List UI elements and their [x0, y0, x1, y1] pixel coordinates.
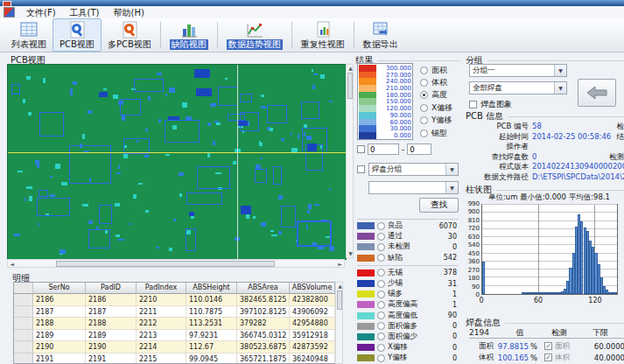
- column-header[interactable]: ABSHeight: [186, 283, 237, 294]
- category-row-12[interactable]: X偏移0: [357, 342, 459, 353]
- category-row-5[interactable]: 无锡378: [357, 268, 459, 278]
- info-right-label: 结: [617, 132, 624, 143]
- menu-item-2[interactable]: 帮助(H): [106, 7, 151, 18]
- scroll-right-icon[interactable]: ►: [336, 261, 344, 268]
- table-row[interactable]: 218621862210110.0146382465.812542382800: [14, 294, 342, 306]
- pcb-component: [273, 166, 282, 185]
- row-selector[interactable]: [14, 318, 33, 330]
- category-color: [357, 312, 375, 319]
- radio-icon[interactable]: [377, 269, 385, 276]
- toolbar-button-3[interactable]: 多PCB视图: [102, 18, 158, 52]
- row-selector[interactable]: [14, 294, 33, 306]
- detail-vertical-scrollbar[interactable]: ▲: [335, 282, 343, 364]
- pcb-component: [115, 203, 120, 206]
- table-row[interactable]: 219021902214112.67380523.687542873592: [14, 341, 342, 354]
- category-row-10[interactable]: 面积偏多0: [357, 321, 459, 332]
- radio-icon[interactable]: [377, 301, 385, 309]
- pad-group-dropdown[interactable]: 焊盘分组 ▼: [368, 163, 459, 176]
- category-row-6[interactable]: 少锡31: [357, 278, 459, 289]
- radio-icon[interactable]: [377, 344, 385, 352]
- radio-icon[interactable]: [377, 332, 385, 340]
- radio-icon[interactable]: [377, 290, 385, 298]
- column-header[interactable]: SerNo: [33, 283, 86, 294]
- radio-icon[interactable]: [377, 222, 385, 230]
- range-filter-checkbox[interactable]: [357, 145, 365, 153]
- scroll-up-icon[interactable]: ▲: [347, 65, 354, 72]
- category-row-4[interactable]: 缺陷542: [357, 253, 459, 263]
- category-row-3[interactable]: 未检测0: [357, 242, 459, 252]
- menu-item-0[interactable]: 文件(F): [19, 7, 63, 18]
- toolbar-button-1[interactable]: 列表视图: [5, 18, 53, 52]
- table-row[interactable]: 218721872211110.7875397102.812543906092: [14, 306, 342, 318]
- pcb-component: [173, 219, 176, 221]
- metric-radio-3[interactable]: 高度: [420, 89, 460, 102]
- back-arrow-button[interactable]: [578, 79, 616, 107]
- column-header[interactable]: PadID: [86, 283, 137, 294]
- radio-icon[interactable]: [377, 322, 385, 330]
- range-to-input[interactable]: [407, 144, 431, 155]
- metric-label: 锡型: [431, 128, 447, 139]
- row-selector[interactable]: [14, 354, 33, 364]
- scrollbar-thumb[interactable]: [56, 261, 275, 267]
- search-button[interactable]: 查找: [419, 198, 459, 213]
- toolbar-button-7[interactable]: 数据导出: [357, 18, 404, 52]
- pad-check-checkbox[interactable]: ✓: [544, 354, 552, 361]
- table-row[interactable]: 21912191221599.0945365721.187536240948: [14, 354, 342, 364]
- scroll-left-icon[interactable]: ◄: [8, 261, 16, 268]
- toolbar-button-6[interactable]: 重复性视图: [295, 18, 351, 52]
- metric-radio-5[interactable]: Y偏移: [420, 115, 460, 127]
- sub-group-dropdown[interactable]: ▼: [368, 181, 459, 194]
- category-row-7[interactable]: 锡多1: [357, 289, 459, 299]
- row-selector[interactable]: [14, 341, 33, 354]
- metric-radio-2[interactable]: 体积: [420, 76, 460, 88]
- pad-scope-dropdown[interactable]: 全部焊盘 ▼: [469, 81, 567, 94]
- pad-check-checkbox[interactable]: ✓: [544, 342, 552, 350]
- column-header[interactable]: ABSArea: [237, 283, 290, 294]
- scrollbar-thumb[interactable]: [347, 73, 353, 99]
- radio-icon[interactable]: [377, 312, 385, 319]
- category-row-2[interactable]: 通过30: [357, 231, 459, 242]
- pcb-component: [169, 88, 175, 93]
- toolbar-button-2[interactable]: PCB视图: [53, 18, 102, 52]
- pad-image-checkbox[interactable]: [469, 101, 477, 108]
- scrollbar-thumb[interactable]: [337, 290, 342, 310]
- toolbar-separator: [160, 22, 161, 48]
- metric-radio-1[interactable]: 面积: [420, 64, 460, 76]
- pad-group-checkbox[interactable]: [357, 165, 365, 173]
- radio-icon[interactable]: [377, 354, 385, 362]
- info-value: 58: [532, 122, 542, 132]
- radio-icon[interactable]: [377, 233, 385, 241]
- column-header[interactable]: ABSVolume: [290, 283, 335, 294]
- colorbar-value: 90.000: [376, 112, 411, 119]
- toolbar-button-5[interactable]: 数据趋势视图: [221, 18, 289, 52]
- table-row[interactable]: 21892189221397.9231366745.031235912918: [14, 330, 342, 342]
- scroll-up-icon[interactable]: ▲: [336, 283, 344, 290]
- toolbar-button-4[interactable]: 缺陷视图: [164, 18, 214, 52]
- category-row-11[interactable]: 面积偏少0: [357, 332, 459, 342]
- radio-icon[interactable]: [377, 254, 385, 262]
- pcb-canvas[interactable]: [7, 64, 347, 260]
- pcb-component: [82, 134, 85, 139]
- range-from-input[interactable]: [368, 144, 399, 155]
- category-row-13[interactable]: Y偏移0: [357, 353, 459, 363]
- table-row[interactable]: 218821882212113.253137928242954880: [14, 318, 342, 330]
- scroll-down-icon[interactable]: ▼: [347, 250, 354, 257]
- group-dropdown[interactable]: 分组一 ▼: [469, 64, 567, 77]
- radio-icon[interactable]: [377, 243, 385, 251]
- row-selector[interactable]: [14, 306, 33, 318]
- category-row-9[interactable]: 高度偏低90: [357, 311, 459, 321]
- metric-radio-6[interactable]: 锡型: [420, 127, 460, 139]
- repeat-view-icon: [313, 21, 333, 38]
- pcb-component: [197, 166, 230, 189]
- column-header[interactable]: PadIndex: [137, 283, 186, 294]
- radio-icon[interactable]: [377, 280, 385, 288]
- pcb-component: [259, 141, 262, 145]
- category-row-8[interactable]: 高度偏高1: [357, 299, 459, 310]
- row-selector[interactable]: [14, 330, 33, 342]
- metric-radio-4[interactable]: X偏移: [420, 102, 460, 114]
- pcb-horizontal-scrollbar[interactable]: ◄ ►: [7, 259, 345, 268]
- menu-item-1[interactable]: 工具(T): [63, 7, 107, 18]
- pcb-component: [169, 248, 173, 251]
- category-row-1[interactable]: 良品6070: [357, 220, 459, 231]
- pcb-vertical-scrollbar[interactable]: ▲ ▼: [346, 64, 354, 258]
